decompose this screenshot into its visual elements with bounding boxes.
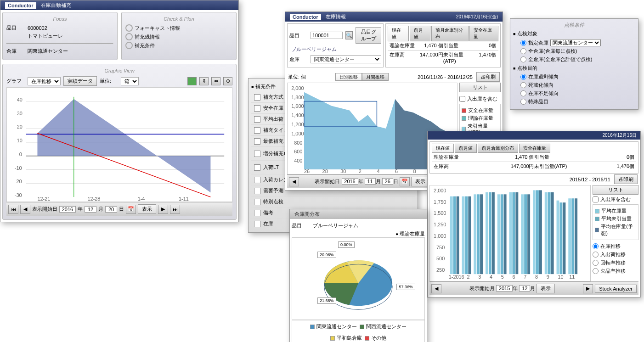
wh-select[interactable]: 関東流通センター [311,55,381,63]
purpose-radio[interactable] [520,74,526,80]
view-radio[interactable] [593,268,599,274]
analyzer-button[interactable]: Stock Analyzer [595,285,637,293]
checkbox[interactable] [254,177,260,183]
month-input[interactable] [85,206,96,213]
list-button[interactable]: リスト [459,83,501,92]
svg-text:-30: -30 [15,192,22,198]
svg-text:4: 4 [377,168,379,174]
show-button[interactable]: 表示 [537,284,555,293]
show-button[interactable]: 表示 [138,204,156,214]
wh-label: 倉庫 [6,48,25,55]
view-radio[interactable] [593,243,599,249]
view-radio[interactable] [593,252,599,258]
year-input[interactable] [496,285,513,292]
svg-text:30: 30 [17,111,23,116]
wh-select[interactable]: 関東流通センター [550,39,601,46]
check-panel: Check & Plan フォーキャスト情報 補充残情報 補充条件 [121,12,237,60]
time-tab[interactable]: 月間推移 [362,73,389,81]
tab[interactable]: 前月倉庫別分布 [478,144,518,153]
svg-text:1,000: 1,000 [434,233,446,239]
check-item[interactable]: 補充条件 [125,42,232,49]
first-icon[interactable]: ⏮ [8,205,18,214]
checkbox[interactable] [254,94,260,101]
next-icon[interactable]: ▶ [583,284,593,293]
tab[interactable]: 前月値 [455,144,477,153]
print-button[interactable]: 🖨印刷 [476,72,500,82]
checkbox[interactable] [254,116,260,123]
checkbox[interactable] [254,138,260,145]
tab[interactable]: 安全在庫量 [519,144,550,153]
search-icon[interactable]: 🔍 [345,31,353,39]
data-button[interactable]: 実績データ [63,76,97,86]
svg-text:600: 600 [294,149,302,154]
stock-chart: 403020 100 -10-20-30 12-2112-281-41-11 [6,87,232,202]
hresize-icon[interactable]: ⇔ [211,77,220,85]
calendar-icon[interactable]: 📅 [126,205,136,214]
print-button[interactable]: 🖨印刷 [614,174,638,184]
year-input[interactable] [59,206,76,213]
day-input[interactable] [105,206,117,213]
prev-icon[interactable]: ◀ [20,205,30,214]
checkbox[interactable] [254,164,260,171]
svg-text:250: 250 [436,267,445,273]
purpose-radio[interactable] [520,99,526,105]
checkbox[interactable] [254,127,260,134]
tab[interactable]: 安全在庫量 [469,26,498,41]
calendar-icon[interactable]: 📅 [400,177,410,186]
brand: Conductor [5,2,36,9]
next-icon[interactable]: ▶ [158,205,168,214]
checkbox[interactable] [254,210,260,216]
svg-text:11: 11 [569,274,575,280]
checkbox[interactable] [254,188,260,194]
last-icon[interactable]: ⏭ [170,205,180,214]
bar-icon[interactable] [187,77,197,85]
group-button[interactable]: 品目グループ [356,27,381,44]
svg-rect-68 [512,192,515,274]
time-tab[interactable]: 日別推移 [335,73,362,81]
prev-icon[interactable]: ◀ [289,177,299,186]
svg-rect-71 [524,194,527,274]
target-radio[interactable] [520,48,526,54]
tab[interactable]: 現在値 [432,144,454,153]
month-input[interactable] [365,178,376,185]
check-item[interactable]: フォーキャスト情報 [125,24,232,32]
day-input[interactable] [382,178,393,185]
svg-rect-78 [551,192,554,274]
item-input[interactable] [311,32,343,39]
io-checkbox[interactable] [459,96,465,102]
graph-select[interactable]: 在庫推移 [28,77,61,85]
range: 2016/11/26 - 2016/12/25 [418,74,473,80]
vresize-icon[interactable]: ⇕ [199,77,209,85]
checkbox[interactable] [254,221,260,227]
view-radio[interactable] [593,260,599,266]
pie-chart: 0.00% 20.96% 57.36% 21.68% [292,237,425,320]
wh-name: 関東流通センター [28,48,68,55]
svg-rect-60 [480,194,483,274]
purpose-radio[interactable] [520,90,526,96]
purpose-radio[interactable] [520,82,526,88]
checkbox[interactable] [254,199,260,205]
target-radio[interactable] [520,40,526,46]
checkbox[interactable] [254,151,260,157]
svg-marker-19 [37,99,210,192]
svg-rect-73 [533,190,536,274]
svg-text:2: 2 [467,274,469,280]
year-input[interactable] [342,178,358,185]
checkbox[interactable] [254,105,260,112]
target-radio[interactable] [520,56,526,62]
tab[interactable]: 現在値 [388,26,408,41]
unit-select[interactable]: 箱 [121,77,139,85]
io-checkbox[interactable] [593,196,599,202]
svg-rect-70 [521,194,524,274]
zoom-icon[interactable]: ⊕ [223,77,232,85]
tab[interactable]: 前月値 [410,26,430,41]
check-item[interactable]: 補充残情報 [125,33,232,40]
svg-text:40: 40 [17,97,23,102]
tab[interactable]: 前月倉庫別分布 [431,26,469,41]
prev-icon[interactable]: ◀ [431,284,441,293]
month-input[interactable] [519,285,530,292]
show-button[interactable]: 表示 [411,177,429,186]
svg-text:20: 20 [17,124,23,129]
svg-text:1,250: 1,250 [434,222,446,227]
list-button[interactable]: リスト [593,185,638,195]
